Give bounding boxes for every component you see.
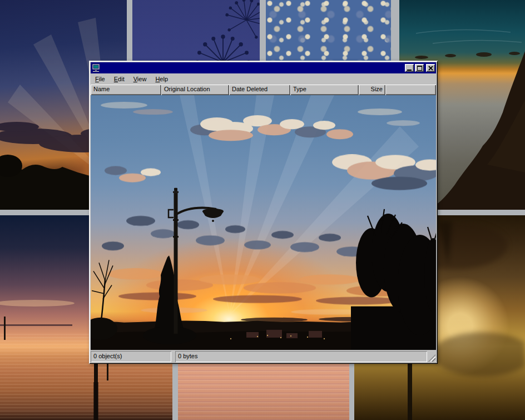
status-bar: 0 object(s) 0 bytes: [91, 351, 436, 362]
computer-icon[interactable]: [92, 63, 101, 72]
column-header-row: Name Original Location Date Deleted Type…: [91, 85, 436, 95]
minimize-icon: [407, 70, 412, 71]
column-header-original-location[interactable]: Original Location: [161, 85, 229, 95]
maximize-icon: [417, 66, 422, 71]
status-objects: 0 object(s): [91, 351, 171, 362]
resize-grip-icon[interactable]: [428, 354, 435, 362]
status-bytes: 0 bytes: [175, 351, 427, 362]
list-view-content-photo[interactable]: [91, 95, 436, 350]
menu-help[interactable]: Help: [151, 75, 172, 84]
desktop: { "window": { "title": "", "icons": { "w…: [0, 0, 525, 420]
maximize-button[interactable]: [415, 64, 424, 72]
sunset-photo-art: [91, 95, 436, 350]
title-bar[interactable]: [91, 62, 436, 73]
recycle-bin-window: File Edit View Help Name Original Locati…: [89, 61, 438, 364]
close-icon: [428, 66, 433, 71]
cypress-base-bush: [143, 327, 196, 344]
column-header-size[interactable]: Size: [359, 85, 385, 95]
right-trees-silhouette: [351, 209, 436, 350]
menu-file[interactable]: File: [91, 75, 110, 84]
menu-view[interactable]: View: [129, 75, 151, 84]
minimize-button[interactable]: [405, 64, 414, 72]
window-controls: [405, 64, 435, 72]
column-header-filler: [385, 85, 436, 95]
menu-bar: File Edit View Help: [91, 73, 436, 85]
close-button[interactable]: [426, 64, 435, 72]
column-header-type[interactable]: Type: [290, 85, 359, 95]
column-header-date-deleted[interactable]: Date Deleted: [229, 85, 290, 95]
menu-edit[interactable]: Edit: [110, 75, 129, 84]
column-header-name[interactable]: Name: [91, 85, 161, 95]
